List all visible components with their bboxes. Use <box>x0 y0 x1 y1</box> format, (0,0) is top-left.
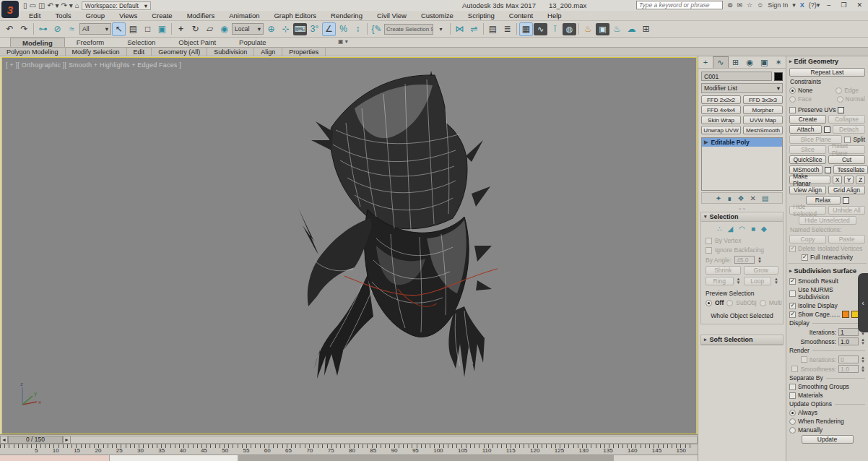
menu-item[interactable]: Customize <box>414 12 461 20</box>
modifier-preset-button[interactable]: FFD 3x3x3 <box>743 95 783 104</box>
select-and-scale-icon[interactable]: ▱ <box>203 22 217 36</box>
quickslice-button[interactable]: QuickSlice <box>789 155 826 164</box>
update-button[interactable]: Update <box>802 435 854 444</box>
unlink-selection-icon[interactable]: ⊘ <box>51 22 64 36</box>
a360-gallery-icon[interactable]: ⊞ <box>639 22 653 36</box>
exchange-apps-icon[interactable]: X <box>800 1 804 9</box>
modifier-preset-button[interactable]: FFD 2x2x2 <box>701 95 741 104</box>
spinner-icon[interactable]: ▲▼ <box>758 257 762 264</box>
edit-geometry-header[interactable]: ▸ Edit Geometry <box>786 56 868 66</box>
spinner-snap-toggle-icon[interactable]: ↕ <box>351 22 365 36</box>
toggle-layer-explorer-icon[interactable]: ▤ <box>486 22 500 36</box>
spinner-icon[interactable]: ▲▼ <box>861 356 865 363</box>
menu-item[interactable]: Animation <box>222 12 266 20</box>
object-color-swatch[interactable] <box>774 72 783 81</box>
viewport-label[interactable]: [ + ][ Orthographic ][ Smooth + Highligh… <box>6 61 181 69</box>
select-and-move-icon[interactable]: + <box>174 22 188 36</box>
next-frame-button[interactable]: ► <box>63 436 71 444</box>
relax-settings-icon[interactable] <box>843 197 849 204</box>
menu-item[interactable]: Edit <box>22 12 48 20</box>
configure-modifier-sets-icon[interactable]: ▤ <box>762 194 768 202</box>
preserve-uvs-settings-icon[interactable] <box>838 107 844 113</box>
undo-icon[interactable]: ↶ <box>3 22 17 36</box>
align-icon[interactable]: ⇌ <box>467 22 481 36</box>
object-name-field[interactable]: C001 <box>701 72 772 81</box>
tab-create-icon[interactable]: + <box>698 56 713 68</box>
search-binoculars-icon[interactable]: ⊚ <box>727 1 733 9</box>
loop-button[interactable]: Loop <box>744 277 772 285</box>
undo-icon[interactable]: ↶ ▾ <box>47 1 58 10</box>
time-slider-handle[interactable]: 0 / 150 <box>8 436 63 444</box>
grow-button[interactable]: Grow <box>744 266 779 275</box>
hide-unselected-button[interactable]: Hide Unselected <box>799 216 856 225</box>
modifier-preset-button[interactable]: FFD 4x4x4 <box>701 105 741 114</box>
soft-selection-rollout-header[interactable]: ▸ Soft Selection <box>701 335 783 345</box>
ribbon-subtab[interactable]: Properties <box>282 48 326 56</box>
material-editor-icon[interactable]: ◍ <box>563 23 576 35</box>
preview-multi-radio[interactable] <box>760 300 766 306</box>
menu-item[interactable]: Content <box>502 12 540 20</box>
create-button[interactable]: Create <box>789 115 826 124</box>
ribbon-tab[interactable]: Freeform <box>65 38 116 47</box>
update-when-rendering-radio[interactable] <box>789 418 796 425</box>
display-iterations-field[interactable]: 1 <box>838 328 859 336</box>
rectangular-selection-region-icon[interactable]: □ <box>141 22 155 36</box>
tessellate-button[interactable]: Tessellate <box>833 165 868 174</box>
percent-snap-toggle-icon[interactable]: % <box>337 22 350 36</box>
render-iterations-field[interactable]: 0 <box>838 356 859 363</box>
panel-splitter[interactable]: ⌄⌄ <box>698 205 786 210</box>
redo-icon[interactable]: ↷ ▾ <box>61 1 73 10</box>
maxscript-mini-listener[interactable] <box>0 455 110 461</box>
collapse-button[interactable]: Collapse <box>828 115 865 124</box>
sign-in-user-icon[interactable]: ☺ <box>757 1 763 9</box>
close-button[interactable]: ✕ <box>854 1 865 9</box>
select-object-icon[interactable]: ↖ <box>112 22 126 36</box>
constraint-none-radio[interactable] <box>789 87 796 94</box>
ribbon-overflow-icon[interactable]: ▣ ▾ <box>338 38 348 45</box>
select-and-manipulate-icon[interactable]: ⊹ <box>279 22 292 36</box>
paste-button[interactable]: Paste <box>828 235 865 244</box>
toggle-scene-explorer-icon[interactable]: ≣ <box>500 22 514 36</box>
attach-settings-icon[interactable] <box>824 126 830 133</box>
polygon-icon[interactable]: ■ <box>751 225 755 233</box>
search-input[interactable] <box>636 1 723 9</box>
pin-stack-icon[interactable]: ✦ <box>716 194 721 202</box>
ring-button[interactable]: Ring <box>706 277 734 285</box>
rendered-frame-window-icon[interactable]: ▣ <box>596 23 609 35</box>
menu-item[interactable]: Help <box>540 12 569 20</box>
menu-item[interactable]: Rendering <box>324 12 370 20</box>
cut-button[interactable]: Cut <box>828 155 865 164</box>
time-slider[interactable]: ◄ 0 / 150 ► <box>0 434 698 444</box>
spinner-icon[interactable]: ▲▼ <box>737 277 741 285</box>
sign-in-label[interactable]: Sign In <box>768 1 788 9</box>
by-vertex-checkbox[interactable] <box>706 238 712 244</box>
edge-icon[interactable]: ◢ <box>728 225 734 233</box>
expand-arrow-icon[interactable]: ▶ <box>704 139 708 145</box>
selection-filter-dropdown[interactable]: All▾ <box>79 23 111 35</box>
use-pivot-point-center-icon[interactable]: ⊕ <box>264 22 278 36</box>
unhide-all-button[interactable]: Unhide All <box>828 206 865 215</box>
smooth-result-checkbox[interactable]: ✓ <box>789 278 796 285</box>
reset-plane-button[interactable]: Reset Plane <box>828 145 865 154</box>
mirror-icon[interactable]: ⋈ <box>453 22 466 36</box>
menu-item[interactable]: Views <box>112 12 144 20</box>
toggle-ribbon-icon[interactable]: ▦ <box>519 22 533 36</box>
track-bar[interactable]: 5101520253035404550556065707580859095100… <box>0 444 698 454</box>
menu-item[interactable]: Scripting <box>461 12 502 20</box>
render-smoothness-field[interactable]: 1.0 <box>838 365 859 373</box>
render-production-icon[interactable]: ♨ <box>610 22 624 36</box>
modifier-preset-button[interactable]: UVW Map <box>743 116 783 124</box>
shrink-button[interactable]: Shrink <box>706 266 741 275</box>
ribbon-subtab[interactable]: Geometry (All) <box>152 48 207 56</box>
window-crossing-icon[interactable]: ▣ <box>155 22 169 36</box>
modifier-preset-button[interactable]: Skin Wrap <box>701 116 741 124</box>
previous-frame-button[interactable]: ◄ <box>0 436 8 444</box>
menu-item[interactable]: Graph Editors <box>266 12 324 20</box>
show-end-result-icon[interactable]: ∎ <box>727 194 732 202</box>
render-setup-icon[interactable]: ♨ <box>581 22 595 36</box>
show-cage-checkbox[interactable]: ✓ <box>789 311 796 318</box>
save-file-icon[interactable]: ◫ <box>38 1 45 10</box>
ignore-backfacing-checkbox[interactable] <box>706 247 712 254</box>
spinner-icon[interactable]: ▲▼ <box>774 277 778 285</box>
named-selection-set-field[interactable]: Create Selection Set <box>384 24 433 35</box>
